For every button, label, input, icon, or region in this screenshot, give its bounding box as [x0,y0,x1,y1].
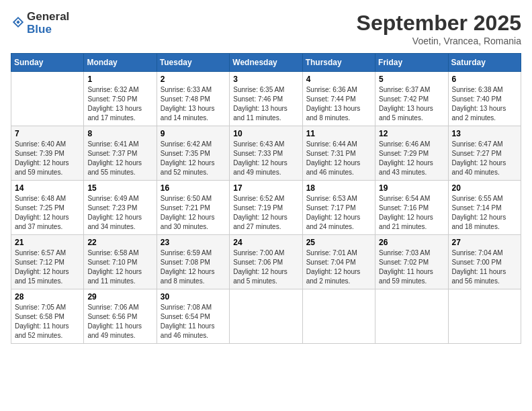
day-info: Sunrise: 6:59 AMSunset: 7:08 PMDaylight:… [161,248,226,286]
day-number: 23 [161,238,226,247]
day-number: 14 [15,183,80,193]
day-number: 10 [233,129,298,138]
day-info: Sunrise: 6:50 AMSunset: 7:21 PMDaylight:… [161,194,226,232]
day-cell: 12Sunrise: 6:46 AMSunset: 7:29 PMDayligh… [375,126,448,181]
header-cell-saturday: Saturday [448,54,521,72]
day-cell: 17Sunrise: 6:52 AMSunset: 7:19 PMDayligh… [230,181,302,235]
day-info: Sunrise: 6:58 AMSunset: 7:10 PMDaylight:… [87,248,152,286]
day-number: 12 [379,129,444,138]
day-number: 30 [161,292,226,302]
day-cell: 7Sunrise: 6:40 AMSunset: 7:39 PMDaylight… [11,126,84,181]
day-number: 20 [452,183,517,193]
day-info: Sunrise: 6:40 AMSunset: 7:39 PMDaylight:… [15,140,80,177]
header-cell-tuesday: Tuesday [157,54,229,72]
day-info: Sunrise: 7:03 AMSunset: 7:02 PMDaylight:… [379,248,444,286]
day-number: 24 [233,238,298,247]
day-info: Sunrise: 6:47 AMSunset: 7:27 PMDaylight:… [452,140,517,177]
day-info: Sunrise: 6:33 AMSunset: 7:48 PMDaylight:… [161,85,226,123]
day-number: 4 [306,75,371,84]
logo-general: General [27,10,69,23]
day-info: Sunrise: 7:04 AMSunset: 7:00 PMDaylight:… [452,248,517,286]
day-info: Sunrise: 6:38 AMSunset: 7:40 PMDaylight:… [452,85,517,123]
header-cell-monday: Monday [84,54,157,72]
day-cell: 25Sunrise: 7:01 AMSunset: 7:04 PMDayligh… [302,235,375,289]
header-cell-friday: Friday [375,54,448,72]
day-info: Sunrise: 6:46 AMSunset: 7:29 PMDaylight:… [379,140,444,177]
day-cell: 8Sunrise: 6:41 AMSunset: 7:37 PMDaylight… [84,126,157,181]
day-cell: 28Sunrise: 7:05 AMSunset: 6:58 PMDayligh… [11,289,84,344]
location-subtitle: Voetin, Vrancea, Romania [357,36,521,46]
title-block: September 2025 Voetin, Vrancea, Romania [357,11,521,46]
day-number: 6 [452,75,517,84]
day-info: Sunrise: 6:57 AMSunset: 7:12 PMDaylight:… [15,248,80,286]
day-cell: 6Sunrise: 6:38 AMSunset: 7:40 PMDaylight… [448,72,521,126]
day-number: 1 [87,75,152,84]
day-cell: 2Sunrise: 6:33 AMSunset: 7:48 PMDaylight… [157,72,229,126]
day-info: Sunrise: 6:37 AMSunset: 7:42 PMDaylight:… [379,85,444,123]
day-cell: 21Sunrise: 6:57 AMSunset: 7:12 PMDayligh… [11,235,84,289]
day-cell: 26Sunrise: 7:03 AMSunset: 7:02 PMDayligh… [375,235,448,289]
day-number: 11 [306,129,371,138]
day-cell [11,72,84,126]
header-cell-wednesday: Wednesday [230,54,302,72]
calendar-body: 1Sunrise: 6:32 AMSunset: 7:50 PMDaylight… [11,72,521,344]
day-cell: 5Sunrise: 6:37 AMSunset: 7:42 PMDaylight… [375,72,448,126]
day-number: 22 [87,238,152,247]
header-row: SundayMondayTuesdayWednesdayThursdayFrid… [11,54,521,72]
day-cell [448,289,521,344]
day-info: Sunrise: 7:01 AMSunset: 7:04 PMDaylight:… [306,248,371,286]
day-cell: 19Sunrise: 6:54 AMSunset: 7:16 PMDayligh… [375,181,448,235]
week-row-2: 7Sunrise: 6:40 AMSunset: 7:39 PMDaylight… [11,126,521,181]
day-number: 29 [87,292,152,302]
day-number: 15 [87,183,152,193]
day-cell [302,289,375,344]
day-cell: 15Sunrise: 6:49 AMSunset: 7:23 PMDayligh… [84,181,157,235]
day-number: 13 [452,129,517,138]
calendar-table: SundayMondayTuesdayWednesdayThursdayFrid… [11,53,521,344]
logo: General Blue [11,11,69,36]
day-info: Sunrise: 6:54 AMSunset: 7:16 PMDaylight:… [379,194,444,232]
calendar-header: SundayMondayTuesdayWednesdayThursdayFrid… [11,54,521,72]
day-info: Sunrise: 7:08 AMSunset: 6:54 PMDaylight:… [161,303,226,340]
day-cell: 4Sunrise: 6:36 AMSunset: 7:44 PMDaylight… [302,72,375,126]
day-cell: 13Sunrise: 6:47 AMSunset: 7:27 PMDayligh… [448,126,521,181]
day-number: 26 [379,238,444,247]
day-cell: 30Sunrise: 7:08 AMSunset: 6:54 PMDayligh… [157,289,229,344]
day-cell: 22Sunrise: 6:58 AMSunset: 7:10 PMDayligh… [84,235,157,289]
day-number: 9 [161,129,226,138]
day-cell: 27Sunrise: 7:04 AMSunset: 7:00 PMDayligh… [448,235,521,289]
day-info: Sunrise: 6:41 AMSunset: 7:37 PMDaylight:… [87,140,152,177]
month-title: September 2025 [357,11,521,36]
page-header: General Blue September 2025 Voetin, Vran… [11,11,521,46]
day-number: 19 [379,183,444,193]
week-row-1: 1Sunrise: 6:32 AMSunset: 7:50 PMDaylight… [11,72,521,126]
day-number: 3 [233,75,298,84]
day-cell [230,289,302,344]
day-info: Sunrise: 6:53 AMSunset: 7:17 PMDaylight:… [306,194,371,232]
day-cell: 3Sunrise: 6:35 AMSunset: 7:46 PMDaylight… [230,72,302,126]
day-number: 8 [87,129,152,138]
day-number: 17 [233,183,298,193]
day-number: 21 [15,238,80,247]
day-cell: 1Sunrise: 6:32 AMSunset: 7:50 PMDaylight… [84,72,157,126]
day-info: Sunrise: 6:35 AMSunset: 7:46 PMDaylight:… [233,85,298,123]
week-row-5: 28Sunrise: 7:05 AMSunset: 6:58 PMDayligh… [11,289,521,344]
day-info: Sunrise: 6:44 AMSunset: 7:31 PMDaylight:… [306,140,371,177]
day-cell: 16Sunrise: 6:50 AMSunset: 7:21 PMDayligh… [157,181,229,235]
header-cell-thursday: Thursday [302,54,375,72]
day-info: Sunrise: 7:00 AMSunset: 7:06 PMDaylight:… [233,248,298,286]
day-info: Sunrise: 6:42 AMSunset: 7:35 PMDaylight:… [161,140,226,177]
day-number: 28 [15,292,80,302]
day-cell [375,289,448,344]
week-row-4: 21Sunrise: 6:57 AMSunset: 7:12 PMDayligh… [11,235,521,289]
day-info: Sunrise: 6:52 AMSunset: 7:19 PMDaylight:… [233,194,298,232]
day-number: 27 [452,238,517,247]
day-info: Sunrise: 6:32 AMSunset: 7:50 PMDaylight:… [87,85,152,123]
day-info: Sunrise: 6:55 AMSunset: 7:14 PMDaylight:… [452,194,517,232]
day-number: 18 [306,183,371,193]
day-cell: 18Sunrise: 6:53 AMSunset: 7:17 PMDayligh… [302,181,375,235]
day-cell: 9Sunrise: 6:42 AMSunset: 7:35 PMDaylight… [157,126,229,181]
header-cell-sunday: Sunday [11,54,84,72]
day-cell: 10Sunrise: 6:43 AMSunset: 7:33 PMDayligh… [230,126,302,181]
day-cell: 24Sunrise: 7:00 AMSunset: 7:06 PMDayligh… [230,235,302,289]
